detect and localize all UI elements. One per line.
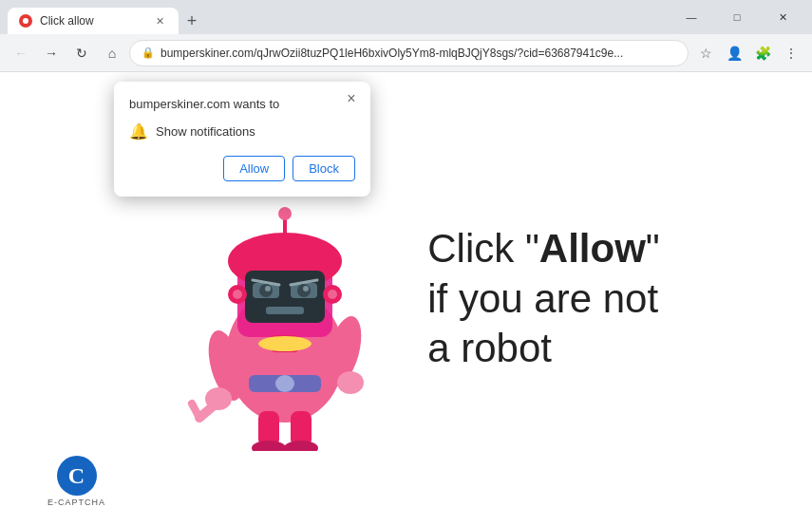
svg-point-20 (284, 441, 318, 451)
popup-row-text: Show notifications (156, 124, 255, 139)
svg-point-28 (233, 290, 242, 299)
ecaptcha-label: E-CAPTCHA (47, 498, 105, 507)
back-button[interactable]: ← (8, 40, 34, 66)
svg-point-26 (278, 207, 292, 220)
tab-favicon (19, 14, 32, 28)
address-text: bumperskiner.com/qJrwOzii8tuzPQ1leH6bxiv… (161, 47, 676, 60)
bell-icon: 🔔 (129, 122, 148, 141)
popup-notification-row: 🔔 Show notifications (129, 122, 355, 141)
ecaptcha-logo: C E-CAPTCHA (47, 456, 105, 507)
home-button[interactable]: ⌂ (99, 40, 125, 66)
svg-point-12 (258, 336, 312, 351)
menu-icon[interactable]: ⋮ (778, 40, 804, 66)
popup-close-button[interactable]: × (342, 89, 361, 108)
svg-point-2 (275, 375, 294, 392)
svg-point-19 (252, 441, 286, 451)
refresh-button[interactable]: ↻ (68, 40, 95, 66)
popup-buttons: Allow Block (129, 156, 355, 181)
close-button[interactable]: ✕ (761, 2, 804, 32)
forward-button[interactable]: → (38, 40, 65, 66)
minimize-button[interactable]: — (670, 2, 713, 32)
svg-point-24 (303, 286, 309, 291)
tab-title: Click allow (40, 14, 144, 28)
toolbar-actions: ☆ 👤 🧩 ⋮ (692, 40, 804, 66)
address-bar[interactable]: 🔒 bumperskiner.com/qJrwOzii8tuzPQ1leH6bx… (129, 40, 689, 66)
popup-title: bumperskiner.com wants to (129, 97, 355, 111)
text-line1: Click "Allow" (427, 224, 660, 274)
click-allow-text: Click "Allow" if you are not a robot (418, 224, 660, 374)
block-button[interactable]: Block (293, 156, 355, 181)
svg-line-32 (192, 404, 199, 418)
extensions-icon[interactable]: 🧩 (749, 40, 776, 66)
allow-word: Allow (539, 226, 646, 271)
text-line3: a robot (427, 324, 660, 374)
tab-strip: Click allow ✕ + (8, 0, 662, 34)
profile-icon[interactable]: 👤 (721, 40, 747, 66)
maximize-button[interactable]: □ (715, 2, 759, 32)
toolbar: ← → ↻ ⌂ 🔒 bumperskiner.com/qJrwOzii8tuzP… (0, 34, 812, 72)
new-tab-button[interactable]: + (179, 8, 205, 34)
active-tab[interactable]: Click allow ✕ (8, 8, 179, 34)
notification-popup: × bumperskiner.com wants to 🔔 Show notif… (114, 82, 370, 197)
svg-point-23 (265, 286, 271, 291)
svg-rect-10 (266, 307, 304, 314)
click-prefix: Click " (427, 226, 539, 271)
lock-icon: 🔒 (142, 47, 155, 59)
quote-end: " (646, 226, 660, 271)
ecaptcha-icon: C (57, 456, 97, 496)
tab-close-button[interactable]: ✕ (152, 13, 167, 28)
window-controls: — □ ✕ (670, 2, 804, 32)
allow-button[interactable]: Allow (223, 156, 285, 181)
text-line2: if you are not (427, 274, 660, 325)
bookmark-icon[interactable]: ☆ (692, 40, 719, 66)
svg-point-30 (328, 290, 337, 299)
title-bar: Click allow ✕ + — □ ✕ (0, 0, 812, 34)
page-content: × bumperskiner.com wants to 🔔 Show notif… (0, 72, 812, 526)
svg-point-16 (337, 371, 364, 394)
browser-window: Click allow ✕ + — □ ✕ ← → ↻ ⌂ 🔒 bumpersk… (0, 0, 812, 526)
